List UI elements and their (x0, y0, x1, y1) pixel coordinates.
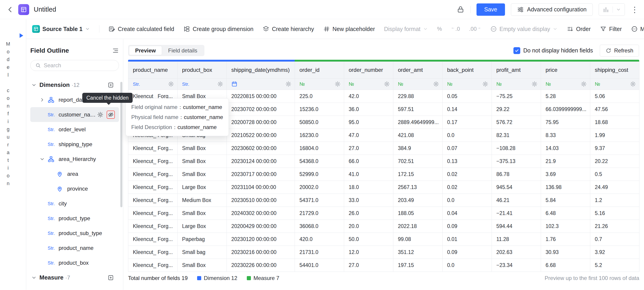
cell-product_name: Kleencut_ Forg... (128, 246, 178, 259)
order-sort-icon (567, 26, 574, 32)
cell-shipping_cost: 0.7 (590, 233, 640, 246)
create-calculated-field-button[interactable]: Create calculated field (108, 26, 174, 32)
chevron-down-icon[interactable] (31, 82, 40, 88)
calendar-icon (231, 81, 238, 87)
order-button[interactable]: Order (567, 26, 591, 32)
field-type-slot: Str. (48, 216, 58, 221)
string-type-label: Str. (48, 112, 55, 117)
field-item-label: order_level (58, 126, 86, 133)
refresh-button[interactable]: Refresh (600, 45, 639, 57)
cell-product_box: Small Box (178, 259, 227, 272)
chevron-down-icon[interactable] (40, 156, 48, 162)
chevron-down-icon[interactable] (31, 275, 40, 280)
hidden-fields-checkbox[interactable] (514, 47, 520, 54)
column-type-product_name: Str. (128, 78, 178, 90)
cell-back_point: 0.0 (442, 129, 492, 142)
save-button[interactable]: Save (476, 4, 505, 16)
more-button[interactable]: More (631, 26, 644, 32)
chevron-down-icon[interactable] (616, 7, 621, 12)
column-settings-gear-icon[interactable] (217, 81, 223, 87)
empty-value-display-button[interactable]: Empty value display (490, 26, 558, 32)
field-item-label: city (58, 200, 67, 207)
cell-order_amt: 229.88 (393, 90, 442, 103)
field-type-slot (48, 96, 58, 103)
lock-icon[interactable] (457, 6, 464, 14)
cell-back_point: 0.0 (442, 259, 492, 272)
expand-panel-arrow-icon[interactable] (20, 33, 23, 38)
outline-list-icon[interactable] (112, 47, 119, 54)
section-measure[interactable]: Measure·7 (30, 270, 119, 285)
new-placeholder-button[interactable]: New placeholder (323, 26, 375, 32)
cell-shipping_cost: 20.22 (590, 155, 640, 168)
cell-shipping_date(ymdhms): 20230702 00:00:00 (227, 103, 295, 116)
column-type-order_number: № (344, 78, 393, 90)
more-label: More (640, 26, 644, 32)
field-info-popover: Field original name： customer_name Physi… (126, 98, 229, 136)
field-item-order_level[interactable]: Str.order_level (30, 122, 119, 137)
field-item-customer_name[interactable]: Str.customer_name (30, 107, 119, 122)
column-settings-gear-icon[interactable] (384, 81, 390, 87)
percent-format-button[interactable]: % (437, 26, 442, 32)
field-item-product_type[interactable]: Str.product_type (30, 211, 119, 226)
preview-rows-note: Preview up to the first 100 rows of data (545, 275, 639, 281)
number-type-label: № (447, 81, 452, 87)
field-item-product_sub_type[interactable]: Str.product_sub_type (30, 226, 119, 240)
cell-back_point: 0.05 (442, 90, 492, 103)
column-settings-gear-icon[interactable] (482, 81, 488, 87)
column-settings-gear-icon[interactable] (433, 81, 439, 87)
cell-price: 8.33 (541, 129, 590, 142)
increase-decimal-button[interactable]: .00 → (469, 26, 481, 32)
field-item-area[interactable]: area (30, 166, 119, 181)
field-settings-gear-icon[interactable] (97, 112, 104, 118)
popover-row-label: Physical field name： (131, 112, 184, 122)
field-item-area_Hierarchy[interactable]: area_Hierarchy (30, 152, 119, 166)
section-dimension[interactable]: Dimension·12 (30, 78, 119, 92)
field-type-slot (48, 156, 58, 163)
cell-order_id: 54368.0 (295, 155, 344, 168)
top-bar: Untitled Save Advanced configuration ⋮ (0, 0, 644, 19)
field-item-label: province (67, 186, 88, 192)
cancel-hidden-button[interactable] (107, 111, 115, 119)
column-type-price: № (541, 78, 590, 90)
field-item-shipping_type[interactable]: Str.shipping_type (30, 137, 119, 152)
field-item-product_name[interactable]: Str.product_name (30, 240, 119, 255)
create-hierarchy-label: Create hierarchy (272, 26, 314, 32)
column-settings-gear-icon[interactable] (334, 81, 341, 87)
chart-split-button[interactable] (599, 4, 625, 16)
column-settings-gear-icon[interactable] (581, 81, 587, 87)
cell-order_id: 54371.0 (295, 194, 344, 207)
add-field-icon[interactable] (108, 274, 114, 281)
column-header-shipping_cost: shipping_cost (590, 62, 640, 78)
cell-shipping_cost: 5.2 (590, 259, 640, 272)
search-input[interactable] (44, 62, 114, 69)
column-settings-gear-icon[interactable] (168, 81, 174, 87)
calculated-field-icon (108, 26, 115, 32)
field-item-city[interactable]: Str.city (30, 196, 119, 211)
display-format-button[interactable]: Display format (384, 26, 428, 32)
field-item-product_box[interactable]: Str.product_box (30, 255, 119, 270)
add-field-icon[interactable] (108, 82, 114, 88)
tab-field-details[interactable]: Field details (162, 46, 204, 55)
column-settings-gear-icon[interactable] (285, 81, 292, 87)
group-dimension-icon (183, 26, 190, 32)
advanced-configuration-button[interactable]: Advanced configuration (511, 4, 593, 16)
cell-shipping_cost: 21.26 (590, 220, 640, 233)
decrease-decimal-button[interactable]: ← .0 (451, 26, 460, 32)
field-item-province[interactable]: province (30, 181, 119, 196)
tab-preview[interactable]: Preview (129, 46, 162, 55)
placeholder-hash-icon (323, 26, 330, 32)
column-settings-gear-icon[interactable] (630, 81, 636, 87)
create-group-dimension-button[interactable]: Create group dimension (183, 26, 254, 32)
cell-order_amt: 2567.13 (393, 181, 442, 194)
column-settings-gear-icon[interactable] (532, 81, 538, 87)
filter-button[interactable]: Filter (600, 26, 622, 32)
column-type-cell: № (492, 81, 541, 87)
popover-row: Field original name： customer_name (131, 102, 223, 112)
create-hierarchy-button[interactable]: Create hierarchy (262, 26, 314, 32)
back-icon[interactable] (7, 6, 14, 13)
column-type-cell: № (295, 81, 344, 87)
more-menu-kebab-icon[interactable]: ⋮ (631, 6, 637, 14)
popover-row: Field Description： customer_name (131, 122, 223, 132)
source-table-selector[interactable]: Source Table 1 (32, 25, 90, 33)
chevron-right-icon[interactable] (40, 97, 48, 103)
